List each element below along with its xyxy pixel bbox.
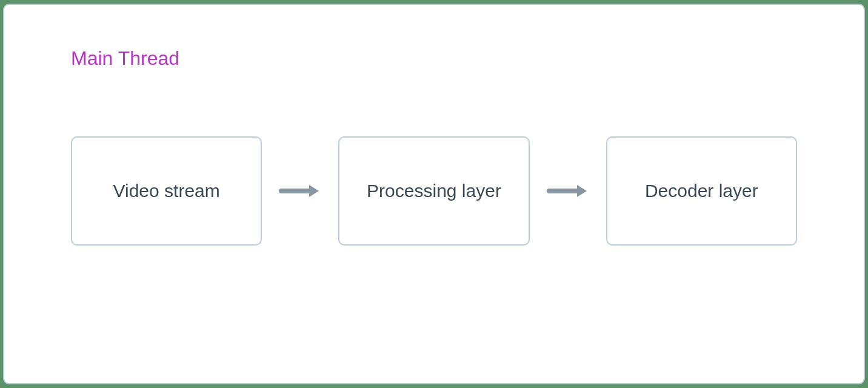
node-label: Processing layer: [367, 181, 501, 201]
node-decoder-layer: Decoder layer: [606, 136, 797, 246]
node-video-stream: Video stream: [71, 136, 262, 246]
diagram-container: Main Thread Video stream Processing laye…: [3, 4, 865, 384]
diagram-title: Main Thread: [71, 47, 797, 70]
node-processing-layer: Processing layer: [338, 136, 529, 246]
node-label: Decoder layer: [645, 181, 758, 201]
node-label: Video stream: [113, 181, 220, 201]
flow-row: Video stream Processing layer Decoder la…: [71, 136, 797, 246]
arrow-icon: [279, 179, 321, 203]
arrow-icon: [547, 179, 589, 203]
